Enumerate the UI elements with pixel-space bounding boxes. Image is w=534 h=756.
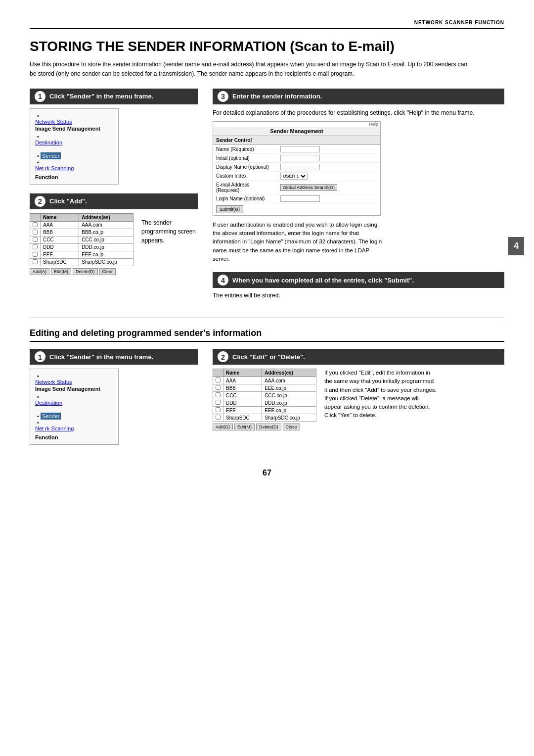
row-checkbox[interactable] [216, 392, 221, 397]
label-custom-index: Custom Index [216, 173, 280, 179]
editing-menu-network-status[interactable]: Network Status [35, 379, 113, 385]
step-3-block: 3 Enter the sender information. For deta… [213, 89, 504, 263]
row-checkbox[interactable] [33, 222, 38, 227]
row-checkbox[interactable] [216, 400, 221, 405]
menu-function-label: Function [35, 174, 113, 180]
field-initial: Initial (optional) [213, 154, 380, 163]
step-4-number: 4 [218, 275, 228, 285]
delete-button[interactable]: Delete(D) [73, 268, 98, 275]
row-checkbox[interactable] [216, 407, 221, 412]
submit-button[interactable]: Submit(G) [216, 205, 243, 213]
row-check [30, 243, 41, 251]
form-title: Sender Management [213, 127, 380, 136]
editing-menu-destination[interactable]: Destination [35, 400, 113, 406]
row-check [213, 392, 223, 399]
table-row: EEE EEE.co.jp [213, 407, 316, 414]
global-address-search-button[interactable]: Global Address Search(G) [280, 184, 337, 191]
page-intro: Use this procedure to store the sender i… [30, 60, 475, 79]
row-checkbox[interactable] [33, 252, 38, 257]
step-1-title: Click "Sender" in the menu frame. [49, 93, 153, 100]
row-name: BBB [223, 384, 262, 392]
edit-col-name: Name [223, 369, 262, 377]
step-2-block: 2 Click "Add". Name Address(es) [30, 193, 198, 275]
edit-button[interactable]: Edit(M) [51, 268, 71, 275]
row-name: AAA [41, 221, 79, 229]
col-check [30, 213, 41, 221]
step-1-header: 1 Click "Sender" in the menu frame. [30, 89, 198, 104]
editing-menu-network-scanning[interactable]: Net rk Scanning [35, 425, 113, 431]
row-name: EEE [41, 251, 79, 258]
editing-menu-sender-highlighted[interactable]: Sender [41, 413, 61, 420]
row-checkbox[interactable] [33, 259, 38, 264]
side-badge: 4 [508, 237, 524, 255]
label-email: E-mail Address(Required) [216, 182, 280, 193]
row-checkbox[interactable] [33, 244, 38, 249]
field-display-name: Display Name (optional) [213, 163, 380, 172]
input-initial[interactable] [280, 155, 320, 161]
row-address: AAA.com [79, 221, 134, 229]
row-checkbox[interactable] [216, 378, 221, 382]
row-name: SharpSDC [223, 414, 262, 422]
input-name[interactable] [280, 146, 320, 152]
step-3-description: For detailed explanations of the procedu… [213, 108, 504, 117]
editing-edit-button[interactable]: Edit(M) [234, 424, 255, 430]
add-button[interactable]: Add(A) [30, 268, 49, 275]
label-initial: Initial (optional) [216, 155, 280, 161]
editing-step-2-content: Name Address(es) AAA AAA.com BBB EEE.co.… [213, 369, 504, 430]
editing-col-right: 2 Click "Edit" or "Delete". Name Address… [213, 349, 504, 454]
editing-step-1-number: 1 [35, 351, 45, 362]
row-address: DDD.co.jp [79, 243, 134, 251]
row-check [30, 251, 41, 258]
row-check [30, 229, 41, 236]
field-name: Name (Required) [213, 145, 380, 154]
row-address: SharpSDC.co.jp [262, 414, 316, 422]
step-4-title: When you have completed all of the entri… [232, 277, 414, 284]
row-checkbox[interactable] [33, 230, 38, 235]
input-login-name[interactable] [280, 195, 320, 202]
input-display-name[interactable] [280, 164, 320, 170]
row-name: CCC [223, 392, 262, 399]
row-checkbox[interactable] [216, 415, 221, 420]
editing-buttons: Add(G) Edit(M) Delete(D) Close [213, 424, 316, 430]
step-2-table-wrap: Name Address(es) AAA AAA.com BBB BBB.co.… [30, 213, 134, 275]
step-4-stored-note: The entries will be stored. [213, 292, 504, 299]
step-2-content: Name Address(es) AAA AAA.com BBB BBB.co.… [30, 213, 198, 275]
step-3-title: Enter the sender information. [232, 93, 322, 100]
editing-step-1-block: 1 Click "Sender" in the menu frame. • Ne… [30, 349, 198, 445]
step-3-auth-note: If user authentication is enabled and yo… [213, 221, 386, 263]
menu-network-scanning[interactable]: Net rk Scanning [35, 165, 113, 171]
row-check [30, 236, 41, 243]
select-custom-index[interactable]: USER 1 [280, 173, 308, 180]
edit-col-address: Address(es) [262, 369, 316, 377]
menu-sender-highlighted[interactable]: Sender [41, 152, 61, 159]
editing-step-1-title: Click "Sender" in the menu frame. [49, 353, 153, 361]
step-2-number: 2 [35, 196, 45, 207]
col-address: Address(es) [79, 213, 134, 221]
label-display-name: Display Name (optional) [216, 164, 280, 170]
editing-close-button[interactable]: Close [283, 424, 300, 430]
clear-button[interactable]: Clear [99, 268, 116, 275]
header-title: NETWORK SCANNER FUNCTION [414, 20, 504, 25]
table-row: EEE EEE.co.jp [30, 251, 134, 258]
label-login-name: Login Name (optional) [216, 196, 280, 201]
table-row: AAA AAA.com [213, 377, 316, 384]
row-name: EEE [223, 407, 262, 414]
row-address: DDD.co.jp [262, 399, 316, 407]
row-check [30, 258, 41, 266]
editing-delete-button[interactable]: Delete(D) [256, 424, 281, 430]
step-4-header: 4 When you have completed all of the ent… [213, 272, 504, 288]
row-name: BBB [41, 229, 79, 236]
row-address: BBB.co.jp [79, 229, 134, 236]
row-name: CCC [41, 236, 79, 243]
menu-destination[interactable]: Destination [35, 140, 113, 145]
row-address: SharpSDC.co.jp [79, 258, 134, 266]
row-checkbox[interactable] [216, 385, 221, 390]
row-checkbox[interactable] [33, 237, 38, 242]
form-section: Sender Control [213, 136, 380, 145]
page-number: 67 [30, 469, 504, 477]
menu-image-send: Image Send Management [35, 126, 113, 132]
editing-add-button[interactable]: Add(G) [213, 424, 233, 430]
table-row: BBB BBB.co.jp [30, 229, 134, 236]
menu-network-status[interactable]: Network Status [35, 119, 113, 125]
step-2-header: 2 Click "Add". [30, 193, 198, 209]
